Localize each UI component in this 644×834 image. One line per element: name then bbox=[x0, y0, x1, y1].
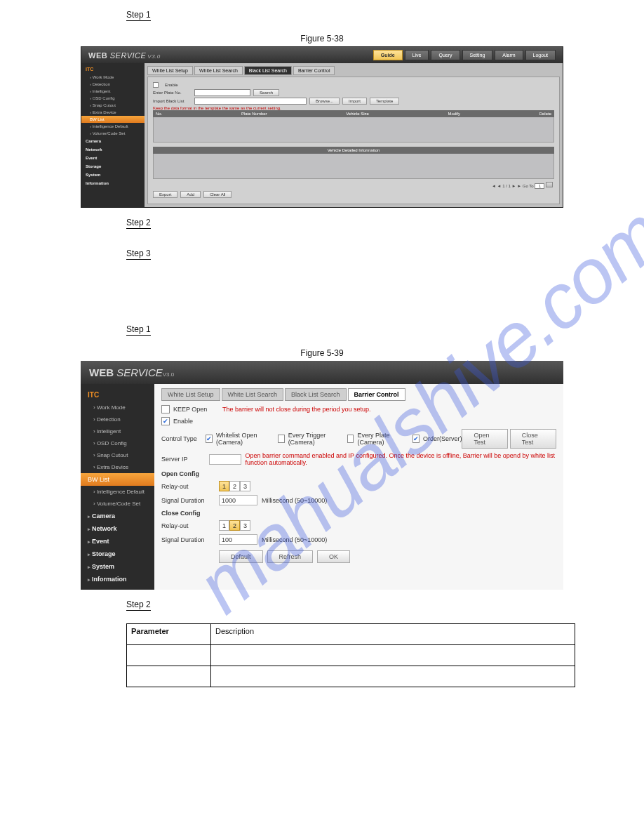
nav-logout[interactable]: Logout bbox=[525, 50, 556, 60]
open-sig-label: Signal Duration bbox=[161, 497, 219, 504]
browse-button[interactable]: Browse... bbox=[309, 98, 340, 105]
nav-query[interactable]: Query bbox=[431, 50, 459, 60]
r2c1 bbox=[127, 666, 211, 687]
open-sig-input[interactable]: 1000 bbox=[219, 495, 257, 505]
open-relay-3[interactable]: 3 bbox=[240, 481, 250, 491]
ct-order-checkbox[interactable]: ✔ bbox=[412, 435, 420, 443]
side-system[interactable]: System bbox=[81, 171, 145, 179]
side2-info[interactable]: Information bbox=[81, 573, 154, 585]
close-sig-input[interactable]: 100 bbox=[219, 534, 257, 545]
control-type-label: Control Type bbox=[161, 435, 206, 442]
server-ip-note: Open barrier command enabled and IP conf… bbox=[245, 452, 556, 466]
import-input[interactable] bbox=[194, 98, 307, 105]
keep-open-note: The barrier will not close during the pe… bbox=[222, 406, 371, 413]
add-button[interactable]: Add bbox=[180, 191, 201, 198]
tab2-wlsr[interactable]: White List Search bbox=[222, 388, 284, 401]
ct-trigger-checkbox[interactable] bbox=[278, 435, 285, 443]
tab-wlsr[interactable]: White List Search bbox=[194, 66, 243, 75]
side-snap[interactable]: Snap Cutout bbox=[81, 102, 145, 109]
close-test-button[interactable]: Close Test bbox=[510, 429, 556, 449]
import-button[interactable]: Import bbox=[342, 98, 367, 105]
th-desc: Description bbox=[211, 624, 575, 645]
tab-bc[interactable]: Barrier Control bbox=[293, 66, 335, 75]
side-intelligent[interactable]: Intelligent bbox=[81, 88, 145, 95]
tab-bls[interactable]: Black List Search bbox=[244, 66, 292, 75]
nav-live[interactable]: Live bbox=[405, 50, 429, 60]
tab-wls[interactable]: White List Setup bbox=[147, 66, 193, 75]
side2-camera[interactable]: Camera bbox=[81, 510, 154, 522]
go-button[interactable] bbox=[546, 182, 553, 187]
enable-label-39: Enable bbox=[173, 418, 193, 425]
server-ip-input[interactable] bbox=[209, 454, 241, 465]
nav-setting[interactable]: Setting bbox=[462, 50, 493, 60]
side2-network[interactable]: Network bbox=[81, 522, 154, 535]
side2-osd[interactable]: OSD Config bbox=[81, 437, 154, 449]
page-input[interactable]: 1 bbox=[535, 183, 544, 189]
side-event[interactable]: Event bbox=[81, 154, 145, 162]
close-relay-1[interactable]: 1 bbox=[219, 520, 229, 531]
side2-storage[interactable]: Storage bbox=[81, 548, 154, 560]
open-test-button[interactable]: Open Test bbox=[462, 429, 507, 449]
clear-all-button[interactable]: Clear All bbox=[203, 191, 232, 198]
close-sig-unit: Millisecond (50~10000) bbox=[262, 536, 327, 543]
open-sig-unit: Millisecond (50~10000) bbox=[262, 497, 327, 504]
r1c1 bbox=[127, 645, 211, 666]
th-param: Parameter bbox=[127, 624, 211, 645]
side-osd[interactable]: OSD Config bbox=[81, 95, 145, 102]
side-idef[interactable]: Intelligence Default bbox=[81, 123, 145, 130]
side-vcs[interactable]: Volume/Code Set bbox=[81, 130, 145, 137]
side-workmode[interactable]: Work Mode bbox=[81, 74, 145, 81]
server-ip-label: Server IP bbox=[161, 456, 209, 463]
tab2-bls[interactable]: Black List Search bbox=[285, 388, 347, 401]
side-storage[interactable]: Storage bbox=[81, 162, 145, 171]
side2-bwlist[interactable]: BW List bbox=[81, 473, 154, 486]
import-label: Import Black List bbox=[153, 99, 192, 103]
side-extra[interactable]: Extra Device bbox=[81, 109, 145, 116]
side-detection[interactable]: Detection bbox=[81, 81, 145, 88]
side-itc[interactable]: ITC bbox=[81, 65, 145, 74]
side-network[interactable]: Network bbox=[81, 145, 145, 154]
parameter-table: Parameter Description bbox=[126, 623, 575, 687]
enable-checkbox[interactable] bbox=[153, 82, 159, 88]
export-button[interactable]: Export bbox=[153, 191, 177, 198]
open-relay-2[interactable]: 2 bbox=[229, 481, 240, 491]
side2-itc[interactable]: ITC bbox=[81, 388, 154, 402]
plate-input[interactable] bbox=[194, 89, 250, 96]
open-relay-label: Relay-out bbox=[161, 483, 219, 490]
enable-checkbox-39[interactable]: ✔ bbox=[161, 417, 170, 425]
side-bwlist[interactable]: BW List bbox=[81, 116, 145, 123]
side2-detection[interactable]: Detection bbox=[81, 413, 154, 425]
ct-plate-checkbox[interactable] bbox=[347, 435, 354, 443]
side-info[interactable]: Information bbox=[81, 179, 145, 187]
ct-whitelist-checkbox[interactable]: ✔ bbox=[206, 435, 213, 443]
side2-workmode[interactable]: Work Mode bbox=[81, 402, 154, 413]
close-relay-2[interactable]: 2 bbox=[229, 520, 240, 531]
default-button[interactable]: Default bbox=[219, 550, 263, 563]
app-fig-5-39: WEB SERVICEV3.0 ITC Work Mode Detection … bbox=[81, 361, 563, 590]
pagination[interactable]: ◄ ◄ 1 / 1 ► ► Go To 1 bbox=[154, 182, 553, 189]
template-button[interactable]: Template bbox=[370, 98, 399, 105]
side2-idef[interactable]: Intelligence Default bbox=[81, 486, 154, 498]
side2-snap[interactable]: Snap Cutout bbox=[81, 449, 154, 461]
side2-system[interactable]: System bbox=[81, 560, 154, 573]
step-1-b: Step 1 bbox=[126, 324, 151, 336]
ok-button[interactable]: OK bbox=[317, 550, 350, 563]
tab2-bc[interactable]: Barrier Control bbox=[348, 388, 405, 401]
side2-event[interactable]: Event bbox=[81, 535, 154, 548]
side2-vcs[interactable]: Volume/Code Set bbox=[81, 498, 154, 510]
main-38: White List Setup White List Search Black… bbox=[145, 63, 563, 207]
step-2-b: Step 2 bbox=[126, 600, 151, 611]
side2-extra[interactable]: Extra Device bbox=[81, 461, 154, 473]
search-button[interactable]: Search bbox=[253, 89, 279, 96]
keep-open-label: KEEP Open bbox=[173, 406, 222, 413]
open-relay-1[interactable]: 1 bbox=[219, 481, 229, 491]
tab2-wls[interactable]: White List Setup bbox=[161, 388, 220, 401]
side2-intelligent[interactable]: Intelligent bbox=[81, 425, 154, 437]
keep-open-checkbox[interactable] bbox=[161, 405, 170, 413]
logo: WEB SERVICEV3.0 bbox=[88, 51, 161, 60]
side-camera[interactable]: Camera bbox=[81, 137, 145, 145]
close-relay-3[interactable]: 3 bbox=[240, 520, 250, 531]
nav-alarm[interactable]: Alarm bbox=[495, 50, 523, 60]
refresh-button[interactable]: Refresh bbox=[267, 550, 314, 563]
nav-guide[interactable]: Guide bbox=[373, 50, 403, 60]
